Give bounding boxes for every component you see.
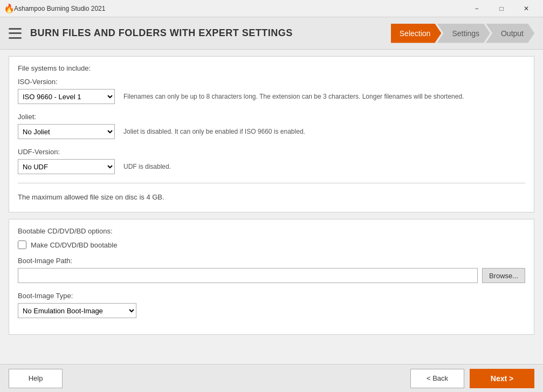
- udf-version-inline: No UDF UDF 1.02 UDF 1.5 UDF 2.0 UDF 2.01…: [18, 159, 525, 174]
- make-bootable-row: Make CD/DVD/BD bootable: [18, 240, 525, 249]
- footer-left: Help: [9, 369, 410, 388]
- app-icon: 🔥: [4, 4, 14, 13]
- minimize-button[interactable]: −: [464, 1, 489, 17]
- bootable-section-title: Bootable CD/DVD/BD options:: [18, 227, 525, 235]
- help-button[interactable]: Help: [9, 369, 63, 388]
- back-button[interactable]: < Back: [410, 369, 464, 388]
- menu-button[interactable]: [9, 28, 22, 39]
- title-bar: 🔥 Ashampoo Burning Studio 2021 − □ ✕: [0, 0, 543, 17]
- joliet-hint: Joliet is disabled. It can only be enabl…: [123, 128, 525, 135]
- close-button[interactable]: ✕: [514, 1, 539, 17]
- step-navigation: Selection Settings Output: [391, 17, 534, 49]
- iso-version-row: ISO-Version: ISO 9660 - Level 1 ISO 9660…: [18, 78, 525, 104]
- page-title: BURN FILES AND FOLDERS WITH EXPERT SETTI…: [30, 27, 391, 39]
- make-bootable-checkbox[interactable]: [18, 240, 26, 249]
- boot-image-path-label: Boot-Image Path:: [18, 257, 525, 265]
- make-bootable-label: Make CD/DVD/BD bootable: [31, 241, 117, 249]
- udf-version-hint: UDF is disabled.: [123, 163, 525, 170]
- section-divider: [18, 183, 525, 183]
- udf-version-select[interactable]: No UDF UDF 1.02 UDF 1.5 UDF 2.0 UDF 2.01…: [18, 159, 115, 174]
- udf-version-label: UDF-Version:: [18, 148, 525, 156]
- step-output[interactable]: Output: [486, 24, 534, 43]
- joliet-label: Joliet:: [18, 113, 525, 121]
- boot-image-path-row: Boot-Image Path: Browse...: [18, 257, 525, 283]
- boot-image-type-select[interactable]: No Emulation Boot-Image 1.2 MB Floppy 1.…: [18, 303, 136, 318]
- iso-version-select[interactable]: ISO 9660 - Level 1 ISO 9660 - Level 2 IS…: [18, 89, 115, 104]
- joliet-inline: No Joliet Joliet Joliet is disabled. It …: [18, 124, 525, 139]
- bootable-section: Bootable CD/DVD/BD options: Make CD/DVD/…: [9, 219, 534, 335]
- boot-image-path-input[interactable]: [18, 268, 478, 283]
- iso-version-hint: Filenames can only be up to 8 characters…: [123, 93, 525, 100]
- browse-button[interactable]: Browse...: [482, 268, 525, 283]
- max-file-size-text: The maximum allowed file size on disc is…: [18, 190, 525, 204]
- boot-image-type-label: Boot-Image Type:: [18, 292, 525, 300]
- step-selection[interactable]: Selection: [391, 24, 442, 43]
- maximize-button[interactable]: □: [489, 1, 514, 17]
- udf-version-row: UDF-Version: No UDF UDF 1.02 UDF 1.5 UDF…: [18, 148, 525, 174]
- app-title: Ashampoo Burning Studio 2021: [14, 5, 464, 12]
- joliet-select[interactable]: No Joliet Joliet: [18, 124, 115, 139]
- window-controls: − □ ✕: [464, 1, 539, 17]
- step-settings[interactable]: Settings: [437, 24, 490, 43]
- file-systems-title: File systems to include:: [18, 64, 525, 72]
- footer: Help < Back Next >: [0, 364, 543, 392]
- footer-right: < Back Next >: [410, 369, 534, 388]
- boot-image-type-row: Boot-Image Type: No Emulation Boot-Image…: [18, 292, 525, 318]
- app-header: BURN FILES AND FOLDERS WITH EXPERT SETTI…: [0, 17, 543, 50]
- main-content: File systems to include: ISO-Version: IS…: [0, 50, 543, 364]
- path-row: Browse...: [18, 268, 525, 283]
- iso-version-label: ISO-Version:: [18, 78, 525, 86]
- file-systems-section: File systems to include: ISO-Version: IS…: [9, 56, 534, 212]
- iso-version-inline: ISO 9660 - Level 1 ISO 9660 - Level 2 IS…: [18, 89, 525, 104]
- joliet-row: Joliet: No Joliet Joliet Joliet is disab…: [18, 113, 525, 139]
- next-button[interactable]: Next >: [470, 369, 534, 388]
